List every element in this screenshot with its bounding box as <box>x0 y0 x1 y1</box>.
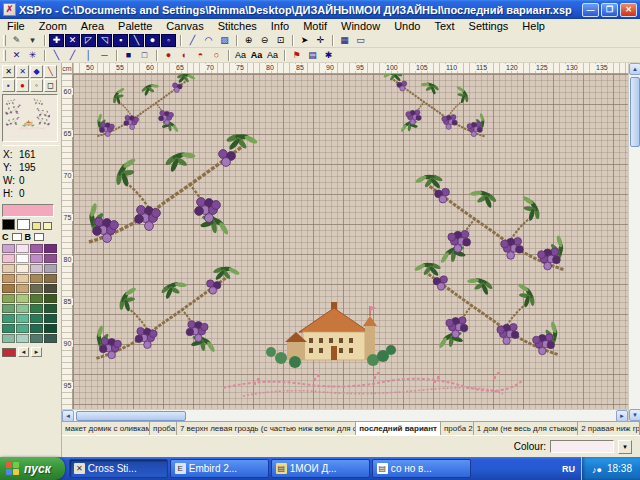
basic-colour-swatch[interactable] <box>2 219 15 230</box>
palette-swatch[interactable] <box>30 314 43 323</box>
palette-swatch[interactable] <box>44 244 57 253</box>
grid-toggle-icon[interactable]: ▦ <box>337 34 352 47</box>
line-tool-icon[interactable]: ╱ <box>185 34 200 47</box>
palette-swatch[interactable] <box>30 294 43 303</box>
palette-swatch[interactable] <box>30 254 43 263</box>
palette-swatch[interactable] <box>44 284 57 293</box>
palette-swatch[interactable] <box>2 244 15 253</box>
circle-top-icon[interactable]: ◓ <box>193 49 208 62</box>
palette-swatch[interactable] <box>30 274 43 283</box>
flag-icon[interactable]: ⚑ <box>289 49 304 62</box>
text-cyrillic-icon[interactable]: Аа <box>265 49 280 62</box>
menu-settings[interactable]: Settings <box>462 19 516 33</box>
palette-scroll-left-button[interactable]: ◄ <box>18 347 29 357</box>
cross-stitch-icon[interactable]: ✕ <box>9 49 24 62</box>
menu-info[interactable]: Info <box>264 19 296 33</box>
palette-swatch[interactable] <box>30 334 43 343</box>
palette-swatch[interactable] <box>16 334 29 343</box>
palette-swatch[interactable] <box>2 334 15 343</box>
design-canvas[interactable] <box>73 74 628 409</box>
palette-swatch[interactable] <box>30 324 43 333</box>
pattern-tab[interactable]: 7 верхн левая гроздь (с частью ниж ветки… <box>177 422 356 435</box>
move-tool-icon[interactable]: ✛ <box>313 34 328 47</box>
palette-swatch[interactable] <box>2 264 15 273</box>
menu-stitches[interactable]: Stitches <box>211 19 264 33</box>
knot-icon[interactable]: ✱ <box>321 49 336 62</box>
tool-quarter[interactable]: ◆ <box>30 65 43 78</box>
palette-swatch[interactable] <box>44 334 57 343</box>
menu-file[interactable]: File <box>0 19 32 33</box>
petite-stitch-icon[interactable]: ▪ <box>113 34 128 47</box>
palette-swatch[interactable] <box>44 304 57 313</box>
backstitch-vert-icon[interactable]: │ <box>81 49 96 62</box>
tool-bead[interactable]: ◦ <box>30 79 43 92</box>
task-button[interactable]: ▤1МОИ Д... <box>271 459 370 478</box>
palette-swatch[interactable] <box>30 264 43 273</box>
palette-swatch[interactable] <box>30 284 43 293</box>
palette-swatch[interactable] <box>2 314 15 323</box>
pattern-tab[interactable]: последний вариант <box>356 422 441 435</box>
palette-swatch[interactable] <box>44 254 57 263</box>
blend-column-box[interactable] <box>34 233 44 241</box>
palette-swatch[interactable] <box>2 304 15 313</box>
half-stitch-icon[interactable]: ✕ <box>65 34 80 47</box>
basic-colour-swatch[interactable] <box>43 222 52 230</box>
menu-canvas[interactable]: Canvas <box>159 19 210 33</box>
curve-tool-icon[interactable]: ◠ <box>201 34 216 47</box>
tool-backstitch[interactable]: ╲ <box>44 65 57 78</box>
back-stitch-icon[interactable]: ╲ <box>129 34 144 47</box>
palette-swatch[interactable] <box>2 294 15 303</box>
pattern-tab[interactable]: макет домик с оливками <box>62 422 150 435</box>
palette-swatch[interactable] <box>16 254 29 263</box>
square-solid-icon[interactable]: ■ <box>121 49 136 62</box>
menu-undo[interactable]: Undo <box>387 19 427 33</box>
palette-swatch[interactable] <box>16 304 29 313</box>
palette-swatch[interactable] <box>2 274 15 283</box>
tool-petite[interactable]: ▪ <box>2 79 15 92</box>
backstitch-up-icon[interactable]: ╱ <box>65 49 80 62</box>
bead-icon[interactable]: ◦ <box>161 34 176 47</box>
tool-erase[interactable]: ◻ <box>44 79 57 92</box>
palette-swatch[interactable] <box>30 244 43 253</box>
start-button[interactable]: пуск <box>0 457 65 480</box>
zoom-in-icon[interactable]: ⊕ <box>241 34 256 47</box>
palette-scroll-right-button[interactable]: ► <box>31 347 42 357</box>
french-knot-icon[interactable]: ● <box>145 34 160 47</box>
taskbar-clock[interactable]: 18:38 <box>607 463 632 474</box>
circle-outline-icon[interactable]: ○ <box>209 49 224 62</box>
fill-tool-icon[interactable]: ▨ <box>217 34 232 47</box>
zoom-out-icon[interactable]: ⊖ <box>257 34 272 47</box>
menu-palette[interactable]: Palette <box>111 19 159 33</box>
palette-swatch[interactable] <box>2 284 15 293</box>
pattern-tab[interactable]: проба <box>150 422 177 435</box>
menu-motif[interactable]: Motif <box>296 19 334 33</box>
tool-half-cross[interactable]: ✕ <box>16 65 29 78</box>
palette-swatch[interactable] <box>16 294 29 303</box>
basic-colour-swatch[interactable] <box>17 219 30 230</box>
circle-half-icon[interactable]: ◐ <box>177 49 192 62</box>
vertical-scrollbar[interactable]: ▲ ▼ <box>628 63 640 421</box>
text-bold-icon[interactable]: Aa <box>249 49 264 62</box>
palette-swatch[interactable] <box>30 304 43 313</box>
square-outline-icon[interactable]: □ <box>137 49 152 62</box>
menu-window[interactable]: Window <box>334 19 387 33</box>
maximize-button[interactable]: ❐ <box>601 3 618 17</box>
current-colour-box[interactable] <box>550 440 614 453</box>
palette-swatch[interactable] <box>44 274 57 283</box>
basic-colour-swatch[interactable] <box>32 222 41 230</box>
palette-swatch[interactable] <box>16 264 29 273</box>
vertical-scroll-thumb[interactable] <box>630 77 640 147</box>
zoom-area-icon[interactable]: ⊡ <box>273 34 288 47</box>
menu-zoom[interactable]: Zoom <box>32 19 74 33</box>
palette-swatch[interactable] <box>44 294 57 303</box>
menu-help[interactable]: Help <box>515 19 552 33</box>
minimize-button[interactable]: — <box>582 3 599 17</box>
task-button[interactable]: EEmbird 2... <box>170 459 269 478</box>
palette-swatch[interactable] <box>16 244 29 253</box>
pattern-preview[interactable] <box>2 94 58 142</box>
double-stitch-icon[interactable]: ✳ <box>25 49 40 62</box>
pencil-dropdown-icon[interactable]: ▾ <box>25 34 40 47</box>
horizontal-scrollbar[interactable]: ◄ ► <box>62 409 628 421</box>
backstitch-down-icon[interactable]: ╲ <box>49 49 64 62</box>
palette-swatch[interactable] <box>16 274 29 283</box>
